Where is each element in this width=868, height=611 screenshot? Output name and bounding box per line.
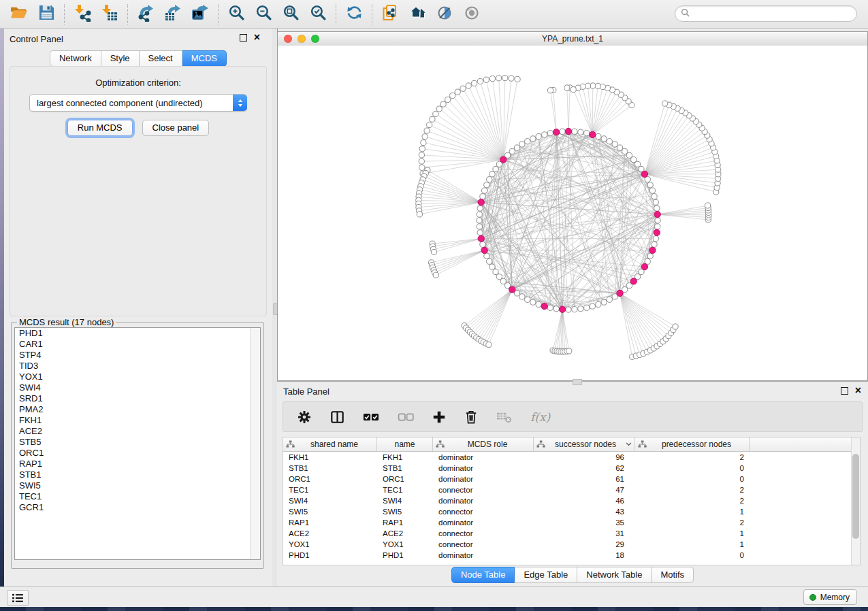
export-network-button[interactable] bbox=[132, 3, 159, 26]
tab-mcds[interactable]: MCDS bbox=[182, 50, 227, 67]
table-scrollbar-thumb[interactable] bbox=[852, 454, 859, 539]
node-table-header: shared namenameMCDS rolesuccessor nodesp… bbox=[283, 437, 860, 452]
table-row[interactable]: PHD1PHD1dominator180 bbox=[283, 550, 860, 561]
table-row[interactable]: STB1STB1dominator620 bbox=[283, 463, 860, 474]
mcds-list-scrollbar[interactable] bbox=[250, 328, 260, 559]
table-row[interactable]: FKH1FKH1dominator962 bbox=[283, 452, 860, 463]
search-input[interactable] bbox=[690, 8, 842, 19]
mcds-result-item[interactable]: PMA2 bbox=[15, 404, 260, 415]
search-field[interactable] bbox=[675, 5, 857, 22]
network-list-button[interactable] bbox=[7, 590, 29, 606]
zoom-in-button[interactable] bbox=[223, 3, 250, 26]
tab-select[interactable]: Select bbox=[140, 50, 182, 67]
maximize-window-icon[interactable] bbox=[311, 35, 319, 43]
table-cell: 43 bbox=[534, 506, 635, 517]
mcds-result-item[interactable]: TID3 bbox=[15, 361, 260, 371]
optimization-criterion-label: Optimization criterion: bbox=[10, 78, 266, 88]
column-header-successor-nodes[interactable]: successor nodes bbox=[534, 437, 635, 451]
list-icon bbox=[12, 593, 24, 603]
unselect-all-button[interactable] bbox=[398, 412, 414, 422]
tab-network[interactable]: Network bbox=[50, 50, 101, 67]
tab-style[interactable]: Style bbox=[101, 50, 140, 67]
export-image-icon bbox=[191, 4, 210, 24]
network-home-button[interactable] bbox=[404, 3, 431, 26]
mcds-result-item[interactable]: STB1 bbox=[15, 469, 260, 480]
minimize-window-icon[interactable] bbox=[298, 35, 306, 43]
column-header-predecessor-nodes[interactable]: predecessor nodes bbox=[635, 437, 750, 451]
tab-network-table[interactable]: Network Table bbox=[577, 567, 652, 583]
mcds-result-item[interactable]: CAR1 bbox=[15, 339, 260, 350]
optimization-criterion-select[interactable]: largest connected component (undirected) bbox=[29, 94, 247, 112]
table-cell: 1 bbox=[635, 528, 750, 539]
mcds-result-box: MCDS result (17 nodes) PHD1CAR1STP4TID3Y… bbox=[11, 317, 264, 569]
import-network-button[interactable] bbox=[69, 3, 96, 26]
mcds-result-item[interactable]: PHD1 bbox=[15, 328, 260, 339]
zoom-in-icon bbox=[228, 4, 245, 24]
zoom-fit-icon bbox=[283, 4, 300, 24]
table-scrollbar[interactable] bbox=[851, 437, 860, 565]
mcds-result-item[interactable]: FKH1 bbox=[15, 415, 260, 426]
table-row[interactable]: ORC1ORC1dominator610 bbox=[283, 474, 860, 484]
mcds-result-item[interactable]: YOX1 bbox=[15, 371, 260, 382]
run-mcds-button[interactable]: Run MCDS bbox=[67, 120, 133, 136]
import-table-button[interactable] bbox=[96, 3, 123, 26]
show-column-button[interactable] bbox=[330, 410, 344, 424]
float-panel-icon[interactable] bbox=[240, 34, 247, 42]
network-canvas[interactable] bbox=[278, 46, 867, 380]
table-row[interactable]: SWI4SWI4dominator462 bbox=[283, 495, 860, 506]
table-cell: 2 bbox=[635, 495, 750, 506]
share-document-button[interactable] bbox=[376, 3, 404, 26]
table-row[interactable]: YOX1YOX1connector291 bbox=[283, 539, 860, 550]
column-header-name[interactable]: name bbox=[377, 437, 433, 451]
close-panel-icon[interactable]: × bbox=[254, 33, 260, 42]
mcds-result-item[interactable]: STB5 bbox=[15, 437, 260, 448]
close-panel-icon[interactable]: × bbox=[855, 386, 861, 395]
mcds-result-item[interactable]: SWI4 bbox=[15, 382, 260, 393]
show-hide-eye-button[interactable] bbox=[458, 3, 485, 26]
open-file-button[interactable] bbox=[5, 3, 33, 26]
export-table-button[interactable] bbox=[159, 3, 187, 26]
table-cell: 0 bbox=[635, 474, 750, 484]
horizontal-splitter-grip[interactable] bbox=[573, 379, 582, 385]
mcds-result-item[interactable]: ORC1 bbox=[15, 448, 260, 459]
toolbar-separator bbox=[218, 4, 219, 24]
mcds-result-item[interactable]: SWI5 bbox=[15, 480, 260, 491]
column-type-icon bbox=[286, 440, 295, 448]
table-row[interactable]: RAP1RAP1dominator352 bbox=[283, 517, 860, 528]
toggle-graphics-details-button[interactable] bbox=[431, 3, 458, 26]
tab-node-table[interactable]: Node Table bbox=[451, 567, 515, 583]
select-all-button[interactable] bbox=[363, 412, 379, 422]
mcds-result-list[interactable]: PHD1CAR1STP4TID3YOX1SWI4SRD1PMA2FKH1ACE2… bbox=[14, 327, 261, 560]
apply-layout-button[interactable] bbox=[340, 3, 368, 26]
delete-row-button[interactable] bbox=[464, 410, 478, 425]
table-row[interactable]: ACE2ACE2connector311 bbox=[283, 528, 860, 539]
save-session-button[interactable] bbox=[33, 3, 60, 26]
zoom-fit-button[interactable] bbox=[277, 3, 304, 26]
table-row[interactable]: SWI5SWI5connector431 bbox=[283, 506, 860, 517]
float-panel-icon[interactable] bbox=[841, 387, 848, 395]
table-row[interactable]: TEC1TEC1connector472 bbox=[283, 484, 860, 495]
open-folder-icon bbox=[10, 5, 29, 24]
mcds-result-item[interactable]: GCR1 bbox=[15, 502, 260, 513]
network-window-titlebar[interactable]: YPA_prune.txt_1 bbox=[278, 32, 867, 46]
zoom-out-button[interactable] bbox=[250, 3, 277, 26]
export-image-button[interactable] bbox=[187, 3, 214, 26]
close-window-icon[interactable] bbox=[284, 35, 292, 43]
mcds-result-item[interactable]: ACE2 bbox=[15, 426, 260, 437]
table-settings-button[interactable] bbox=[297, 410, 312, 425]
tab-edge-table[interactable]: Edge Table bbox=[515, 567, 577, 583]
tab-motifs[interactable]: Motifs bbox=[652, 567, 694, 583]
save-floppy-icon bbox=[38, 4, 55, 24]
table-cell: 2 bbox=[635, 452, 750, 463]
memory-button[interactable]: Memory bbox=[803, 589, 857, 605]
mcds-result-item[interactable]: SRD1 bbox=[15, 393, 260, 404]
mcds-result-item[interactable]: STP4 bbox=[15, 350, 260, 361]
column-header-MCDS-role[interactable]: MCDS role bbox=[433, 437, 534, 451]
mcds-result-item[interactable]: RAP1 bbox=[15, 459, 260, 469]
zoom-selected-button[interactable] bbox=[304, 3, 332, 26]
add-row-button[interactable] bbox=[432, 410, 446, 424]
mcds-result-item[interactable]: TEC1 bbox=[15, 491, 260, 502]
table-cell: YOX1 bbox=[283, 539, 377, 550]
close-panel-button[interactable]: Close panel bbox=[142, 120, 210, 136]
column-header-shared-name[interactable]: shared name bbox=[283, 437, 377, 451]
